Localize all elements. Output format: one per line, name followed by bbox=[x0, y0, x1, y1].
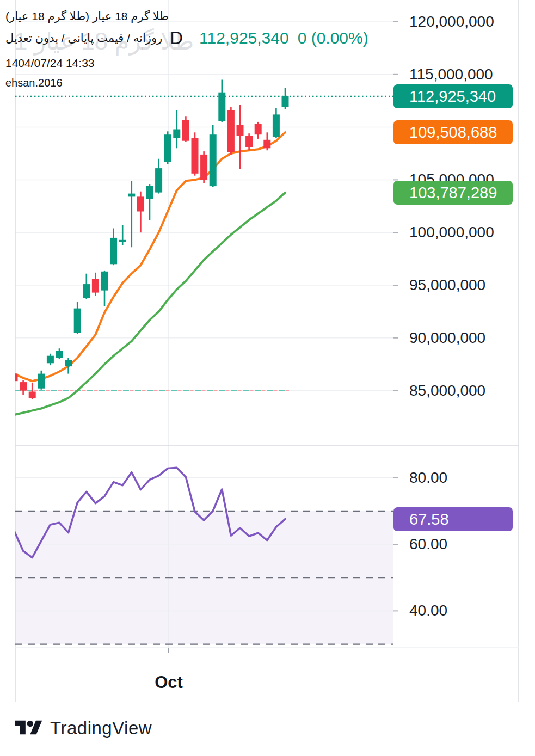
tradingview-logo-text: TradingView bbox=[50, 718, 152, 739]
symbol-title[interactable]: طلا گرم 18 عیار (طلا گرم 18 عیار) bbox=[5, 10, 169, 23]
tradingview-logo[interactable]: TradingView bbox=[15, 717, 152, 739]
username: ehsan.2016 bbox=[5, 77, 368, 89]
last-price-value: 112,925,340 bbox=[199, 29, 289, 47]
legend-row: روزانه / قیمت پایانی / بدون تعدیل D 112,… bbox=[5, 27, 368, 49]
tradingview-logo-icon bbox=[15, 717, 42, 739]
chart-page: طلا گرم 18 عیار 1 طلا گرم 18 عیار (طلا گ… bbox=[0, 0, 535, 756]
price-scale[interactable] bbox=[393, 0, 519, 702]
timestamp: 1404/07/24 14:33 bbox=[5, 57, 368, 70]
interval-badge[interactable]: D bbox=[170, 28, 183, 48]
time-scale[interactable] bbox=[15, 648, 519, 702]
chart-header: طلا گرم 18 عیار (طلا گرم 18 عیار) روزانه… bbox=[5, 7, 368, 89]
price-change-value: 0 (0.00%) bbox=[298, 29, 368, 47]
series-info[interactable]: روزانه / قیمت پایانی / بدون تعدیل bbox=[5, 32, 162, 45]
